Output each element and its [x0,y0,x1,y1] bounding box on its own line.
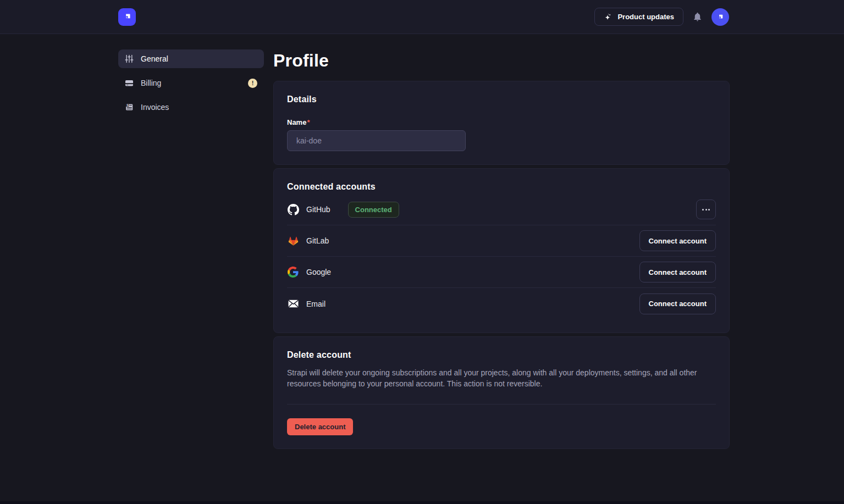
page-body: General Billing ! $ Inv [118,34,729,452]
account-name: Email [306,300,326,308]
github-more-options-button[interactable] [696,200,716,219]
details-card: Details Name* [273,81,730,165]
bottom-edge [0,501,844,504]
product-updates-label: Product updates [617,13,674,21]
sliders-icon [125,54,134,63]
billing-warning-badge: ! [248,79,257,88]
delete-account-button[interactable]: Delete account [287,418,353,435]
gitlab-connect-account-button[interactable]: Connect account [639,230,716,251]
required-asterisk: * [307,118,310,126]
account-row-github: GitHub Connected [287,194,716,225]
sidebar-item-general[interactable]: General [118,49,264,68]
account-row-gitlab: GitLab Connect account [287,225,716,257]
sidebar-item-billing[interactable]: Billing ! [118,74,264,92]
sidebar-item-label: General [141,54,168,63]
sparkles-icon [604,13,613,21]
google-connect-account-button[interactable]: Connect account [639,262,716,283]
invoice-icon: $ [125,103,134,112]
product-updates-button[interactable]: Product updates [594,8,683,26]
gitlab-icon [287,235,299,247]
delete-account-heading: Delete account [287,350,716,360]
user-avatar[interactable] [711,8,729,26]
connected-accounts-heading: Connected accounts [287,182,716,192]
account-name: GitHub [306,205,330,214]
notifications-button[interactable] [692,12,703,22]
avatar-strapi-icon [716,13,725,21]
account-name: GitLab [306,236,329,245]
delete-account-description: Strapi will delete your ongoing subscrip… [287,367,716,389]
credit-card-icon [125,79,134,87]
sidebar-item-label: Invoices [141,103,169,112]
more-options-icon [702,209,704,211]
connected-accounts-card: Connected accounts GitHub Connected [273,168,730,333]
settings-sidebar: General Billing ! $ Inv [118,49,264,452]
sidebar-item-label: Billing [141,79,161,87]
account-row-google: Google Connect account [287,257,716,288]
main-content: Profile Details Name* Connected accounts… [273,49,730,452]
github-icon [287,204,299,215]
details-heading: Details [287,95,716,104]
email-icon [287,300,299,308]
email-connect-account-button[interactable]: Connect account [639,293,716,314]
sidebar-item-invoices[interactable]: $ Invoices [118,98,264,117]
account-name: Google [306,268,331,276]
name-input[interactable] [287,130,466,151]
divider [287,404,716,405]
name-field-label: Name* [287,118,716,126]
delete-account-card: Delete account Strapi will delete your o… [273,336,730,449]
accounts-list: GitHub Connected [287,194,716,319]
page-title: Profile [273,51,730,71]
strapi-logo-icon [122,12,133,22]
strapi-logo[interactable] [118,8,136,26]
bell-icon [692,12,703,22]
account-row-email: Email Connect account [287,288,716,319]
svg-text:$: $ [126,103,129,107]
connected-status-badge: Connected [348,202,399,218]
topbar: Product updates [0,0,844,34]
google-icon [287,267,299,278]
